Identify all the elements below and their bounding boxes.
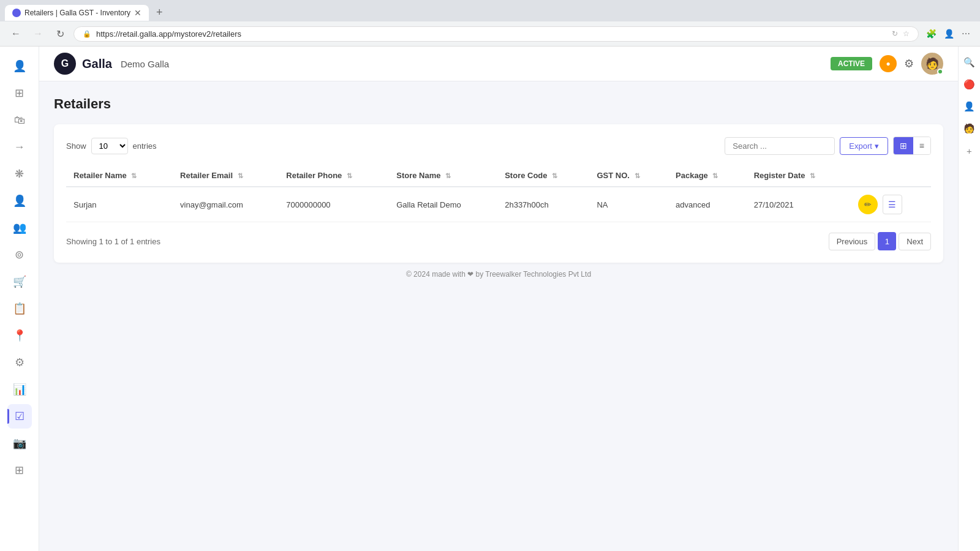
avatar-status: [937, 69, 943, 75]
table-search-area: Export ▾ ⊞ ≡: [725, 137, 931, 155]
list-view-button[interactable]: ≡: [913, 137, 930, 154]
profile-button[interactable]: 👤: [941, 26, 957, 41]
logo-icon: G: [54, 53, 76, 75]
retailers-table: Retailer Name ⇅ Retailer Email ⇅ Retaile…: [66, 165, 931, 222]
cell-store-code: 2h337h00ch: [497, 187, 589, 222]
entries-select[interactable]: 10 25 50 100: [91, 138, 128, 154]
sort-retailer-phone-icon: ⇅: [347, 172, 352, 180]
col-package-label: Package: [676, 171, 708, 180]
sidebar-item-cart[interactable]: 🛒: [7, 269, 32, 294]
col-retailer-name[interactable]: Retailer Name ⇅: [66, 165, 173, 187]
right-add-icon[interactable]: +: [961, 142, 978, 159]
view-button[interactable]: ☰: [883, 195, 902, 214]
sort-package-icon: ⇅: [712, 172, 718, 180]
sidebar-item-grid2[interactable]: ⊞: [7, 458, 32, 482]
sidebar-item-location[interactable]: 📍: [7, 323, 32, 348]
logo-area: G Galla Demo Galla: [54, 53, 169, 75]
sidebar-item-profile[interactable]: 👤: [7, 189, 32, 213]
active-tab[interactable]: Retailers | Galla GST - Inventory ✕: [5, 5, 149, 21]
cell-retailer-name: Surjan: [66, 187, 173, 222]
cell-retailer-phone: 7000000000: [279, 187, 389, 222]
avatar[interactable]: 🧑: [921, 53, 943, 75]
more-button[interactable]: ⋯: [959, 26, 973, 41]
col-retailer-email[interactable]: Retailer Email ⇅: [173, 165, 279, 187]
col-retailer-phone[interactable]: Retailer Phone ⇅: [279, 165, 389, 187]
tab-favicon: [12, 9, 21, 17]
showing-text: Showing 1 to 1 of 1 entries: [66, 237, 160, 246]
right-search-icon[interactable]: 🔍: [961, 54, 978, 71]
url-text: https://retail.galla.app/mystorev2/retai…: [96, 29, 887, 39]
entries-label: entries: [133, 141, 157, 151]
back-button[interactable]: ←: [7, 25, 24, 42]
extensions-button[interactable]: 🧩: [924, 26, 939, 41]
left-sidebar: 👤 ⊞ 🛍 → ❋ 👤 👥 ⊚ 🛒 📋 📍 ⚙ 📊 ☑ 📷 ⊞: [0, 47, 39, 551]
notification-dot[interactable]: ●: [880, 55, 897, 72]
sort-store-name-icon: ⇅: [445, 172, 451, 180]
action-buttons: ✏ ☰: [858, 195, 924, 214]
col-store-name[interactable]: Store Name ⇅: [389, 165, 497, 187]
tab-close-button[interactable]: ✕: [134, 9, 141, 17]
export-button[interactable]: Export ▾: [840, 137, 888, 155]
sidebar-item-dashboard[interactable]: ⊞: [7, 81, 32, 105]
footer: © 2024 made with ❤ by Treewalker Technol…: [54, 263, 943, 286]
grid-view-button[interactable]: ⊞: [894, 137, 913, 154]
browser-controls: ← → ↻ 🔒 https://retail.galla.app/mystore…: [0, 21, 980, 46]
col-package[interactable]: Package ⇅: [668, 165, 747, 187]
browser-tabs: Retailers | Galla GST - Inventory ✕ +: [0, 0, 980, 21]
bookmark-icon: ☆: [903, 29, 910, 38]
sort-register-date-icon: ⇅: [810, 172, 815, 180]
reload-button[interactable]: ↻: [51, 25, 69, 42]
table-controls: Show 10 25 50 100 entries Export: [66, 137, 931, 155]
cell-register-date: 27/10/2021: [747, 187, 851, 222]
sort-store-code-icon: ⇅: [552, 172, 557, 180]
sidebar-item-layers[interactable]: ❋: [7, 162, 32, 186]
forward-button[interactable]: →: [29, 25, 47, 42]
col-gst-no[interactable]: GST NO. ⇅: [589, 165, 668, 187]
pagination-controls: Previous 1 Next: [829, 232, 931, 250]
right-user-icon[interactable]: 👤: [961, 98, 978, 115]
page-1-button[interactable]: 1: [878, 232, 896, 250]
previous-button[interactable]: Previous: [829, 233, 876, 250]
settings-button[interactable]: ⚙: [904, 57, 914, 70]
cell-retailer-email: vinay@gmail.com: [173, 187, 279, 222]
sidebar-item-camera[interactable]: 📷: [7, 431, 32, 455]
view-toggle: ⊞ ≡: [893, 137, 931, 155]
sort-retailer-name-icon: ⇅: [131, 172, 137, 180]
show-entries: Show 10 25 50 100 entries: [66, 138, 157, 154]
logo-text: Galla: [82, 57, 112, 71]
right-alert-icon[interactable]: 🔴: [961, 76, 978, 93]
show-label: Show: [66, 141, 86, 151]
next-button[interactable]: Next: [899, 233, 931, 250]
sidebar-item-report[interactable]: 📊: [7, 377, 32, 402]
sidebar-item-settings2[interactable]: ⊚: [7, 242, 32, 267]
search-input[interactable]: [725, 137, 835, 155]
dropdown-arrow-icon: ▾: [875, 141, 879, 151]
browser-action-buttons: 🧩 👤 ⋯: [924, 26, 973, 41]
export-label: Export: [849, 141, 872, 151]
edit-button[interactable]: ✏: [858, 195, 878, 214]
reload-small-icon: ↻: [892, 29, 898, 38]
right-person-icon[interactable]: 🧑: [961, 120, 978, 137]
col-gst-no-label: GST NO.: [597, 171, 629, 180]
col-store-code-label: Store Code: [505, 171, 547, 180]
col-register-date-label: Register Date: [754, 171, 805, 180]
col-store-code[interactable]: Store Code ⇅: [497, 165, 589, 187]
sidebar-item-user[interactable]: 👤: [7, 54, 32, 78]
table-row: Surjan vinay@gmail.com 7000000000 Galla …: [66, 187, 931, 222]
sidebar-item-shopping[interactable]: 🛍: [7, 108, 32, 132]
sidebar-item-arrow[interactable]: →: [7, 135, 32, 159]
sidebar-item-group[interactable]: 👥: [7, 216, 32, 240]
col-retailer-phone-label: Retailer Phone: [286, 171, 342, 180]
sidebar-item-checkbox[interactable]: ☑: [7, 404, 32, 429]
app-header: G Galla Demo Galla ACTIVE ● ⚙ 🧑: [39, 47, 958, 81]
header-right: ACTIVE ● ⚙ 🧑: [831, 53, 943, 75]
sidebar-item-albums[interactable]: 📋: [7, 296, 32, 321]
lock-icon: 🔒: [83, 30, 91, 38]
sort-gst-no-icon: ⇅: [635, 172, 640, 180]
new-tab-button[interactable]: +: [151, 4, 168, 21]
main-content: G Galla Demo Galla ACTIVE ● ⚙ 🧑 Retailer…: [39, 47, 958, 551]
pagination-area: Showing 1 to 1 of 1 entries Previous 1 N…: [66, 232, 931, 250]
address-bar[interactable]: 🔒 https://retail.galla.app/mystorev2/ret…: [74, 26, 919, 42]
col-register-date[interactable]: Register Date ⇅: [747, 165, 851, 187]
sidebar-item-gear[interactable]: ⚙: [7, 350, 32, 375]
